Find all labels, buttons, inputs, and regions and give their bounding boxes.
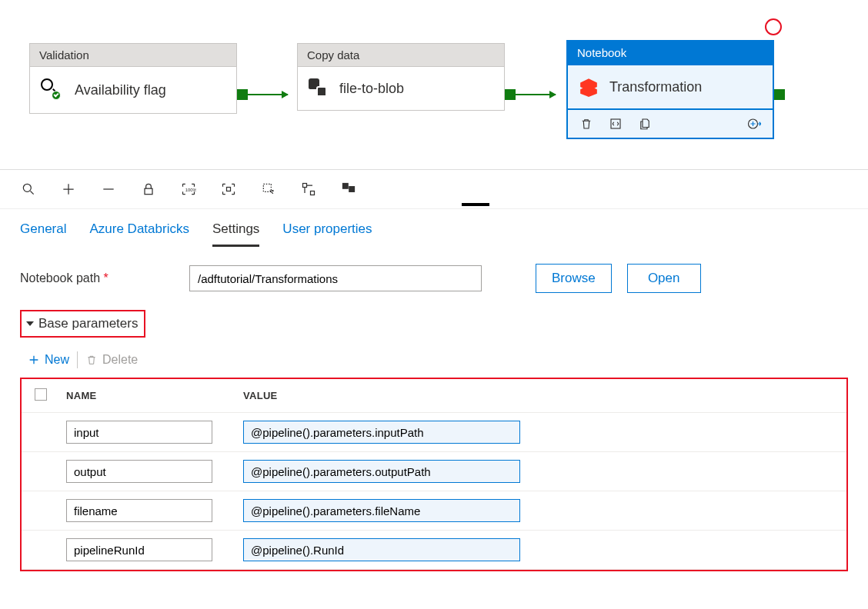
select-icon[interactable]	[260, 181, 277, 198]
output-port[interactable]	[237, 89, 248, 100]
output-port[interactable]	[774, 89, 785, 100]
connector-arrow	[248, 94, 288, 95]
parameter-actions: New Delete	[20, 348, 848, 378]
parameters-table-wrap: NAME VALUE	[20, 378, 848, 571]
svg-rect-6	[303, 184, 307, 188]
param-value-input[interactable]	[243, 499, 520, 522]
open-button[interactable]: Open	[627, 264, 701, 293]
pipeline-canvas[interactable]: Validation Availability flag Copy data f…	[0, 0, 868, 169]
clone-icon[interactable]	[637, 116, 653, 131]
validation-node[interactable]: Validation Availability flag	[29, 43, 237, 114]
copydata-node-type: Copy data	[297, 43, 505, 67]
validation-node-type: Validation	[29, 43, 237, 67]
lock-icon[interactable]	[140, 181, 157, 198]
table-row	[22, 452, 846, 491]
copydata-node-title: file-to-blob	[339, 81, 404, 97]
notebook-path-input[interactable]	[189, 265, 482, 291]
tab-general[interactable]: General	[20, 217, 66, 247]
param-value-input[interactable]	[243, 538, 520, 561]
col-name-header: NAME	[60, 379, 237, 413]
databricks-icon	[579, 77, 599, 97]
browse-button[interactable]: Browse	[536, 264, 612, 293]
node-toolbar	[566, 110, 774, 139]
notebook-path-label: Notebook path *	[20, 271, 174, 285]
resize-handle-icon[interactable]	[462, 203, 489, 206]
param-name-input[interactable]	[66, 460, 212, 483]
add-icon[interactable]	[60, 181, 77, 198]
svg-point-2	[23, 184, 31, 191]
canvas-toolbar: 100%	[0, 169, 868, 208]
tab-user-properties[interactable]: User properties	[282, 217, 372, 247]
svg-rect-5	[227, 188, 231, 191]
delete-icon[interactable]	[579, 116, 594, 131]
param-value-input[interactable]	[243, 460, 520, 483]
error-indicator-icon	[765, 18, 782, 35]
search-icon[interactable]	[20, 181, 37, 198]
auto-align-icon[interactable]	[300, 181, 317, 198]
table-row	[22, 531, 846, 570]
svg-rect-3	[145, 188, 152, 195]
code-icon[interactable]	[608, 116, 623, 131]
param-value-input[interactable]	[243, 421, 520, 444]
base-parameters-header[interactable]: Base parameters	[20, 310, 145, 338]
svg-rect-7	[311, 191, 315, 195]
param-name-input[interactable]	[66, 499, 212, 522]
remove-icon[interactable]	[100, 181, 117, 198]
notebook-node-title: Transformation	[609, 79, 702, 95]
add-output-icon[interactable]	[746, 116, 762, 131]
settings-panel: Notebook path * Browse Open Base paramet…	[0, 247, 868, 588]
svg-text:100%: 100%	[185, 188, 196, 192]
param-name-input[interactable]	[66, 538, 212, 561]
parameters-table: NAME VALUE	[22, 379, 846, 570]
notebook-node-type: Notebook	[566, 40, 774, 65]
new-parameter-button[interactable]: New	[28, 353, 69, 367]
magnifier-check-icon	[41, 78, 64, 102]
notebook-node[interactable]: Notebook Transformation	[566, 40, 774, 139]
output-port[interactable]	[505, 89, 516, 100]
delete-parameter-button[interactable]: Delete	[85, 353, 138, 367]
layout-icon[interactable]	[340, 181, 357, 198]
fit-icon[interactable]	[220, 181, 237, 198]
tab-azure-databricks[interactable]: Azure Databricks	[89, 217, 189, 247]
zoom-100-icon[interactable]: 100%	[180, 181, 197, 198]
connector-arrow	[516, 94, 556, 95]
copy-databases-icon	[309, 78, 329, 98]
svg-rect-9	[349, 187, 355, 192]
param-name-input[interactable]	[66, 421, 212, 444]
copydata-node[interactable]: Copy data file-to-blob	[297, 43, 505, 111]
property-tabs: General Azure Databricks Settings User p…	[0, 208, 868, 247]
svg-rect-8	[343, 184, 349, 189]
tab-settings[interactable]: Settings	[212, 217, 259, 247]
table-row	[22, 413, 846, 452]
select-all-checkbox[interactable]	[35, 388, 47, 401]
table-row	[22, 491, 846, 531]
chevron-down-icon	[26, 321, 34, 326]
validation-node-title: Availability flag	[75, 82, 166, 98]
col-value-header: VALUE	[237, 379, 846, 413]
